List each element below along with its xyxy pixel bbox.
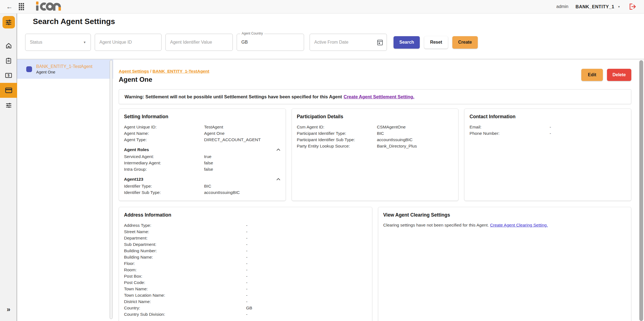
back-icon[interactable]: ← (6, 3, 13, 10)
field-label: Floor: (124, 260, 246, 267)
agent-identifier-value-input[interactable] (170, 40, 228, 45)
search-button[interactable]: Search (394, 36, 420, 49)
tune-icon (5, 102, 12, 109)
agent-country-field-wrap: Agent Country (237, 34, 304, 51)
field-label: Country Sub Division: (124, 311, 246, 317)
field-label: Town Location Name: (124, 292, 246, 298)
field-row: Address Type: - (124, 222, 367, 228)
sidebar-item-payments[interactable]: $ (0, 68, 17, 83)
filter-row: Status ▼ Agent Country Search Reset Cr (25, 34, 478, 51)
field-row: Agent Name: Agent One (124, 130, 281, 136)
agent-unique-id-input[interactable] (99, 40, 157, 45)
field-label: Identifier Sub Type: (124, 189, 204, 196)
field-label: Identifier Type: (124, 183, 204, 189)
cards-row-2: Address Information Address Type: - Stre… (119, 207, 631, 321)
section-title: Agent Roles (124, 146, 149, 153)
field-row: Building Number: - (124, 248, 367, 254)
field-value: - (246, 260, 367, 267)
create-button[interactable]: Create (452, 36, 478, 49)
field-row: Department: - (124, 235, 367, 241)
sidebar-item-tasks[interactable] (0, 53, 17, 68)
field-label: Building Number: (124, 248, 246, 254)
breadcrumb-link-agent-settings[interactable]: Agent Settings (119, 69, 149, 73)
field-row: Intermediary Agent: false (124, 160, 281, 166)
delete-button[interactable]: Delete (607, 69, 631, 81)
field-label: Serviced Agent: (124, 153, 204, 160)
field-value: - (550, 124, 626, 130)
field-label: Agent Name: (124, 130, 204, 136)
field-row: Agent Unique ID: TestAgent (124, 124, 281, 130)
agent-unique-id-field-wrap (95, 34, 162, 51)
field-value: - (246, 311, 367, 317)
field-row: Building Name: - (124, 254, 367, 260)
list-item-subtitle: Agent One (36, 70, 93, 74)
section-header: Agent123 (124, 176, 281, 182)
card-title: Setting Information (124, 114, 281, 120)
field-label: Building Name: (124, 254, 246, 260)
field-value: - (246, 286, 367, 292)
sidebar-item-agent-settings[interactable] (0, 83, 17, 98)
reset-button[interactable]: Reset (424, 36, 448, 49)
create-clearing-setting-link[interactable]: Create Agent Clearing Setting. (490, 223, 548, 227)
setting-information-card: Setting Information Agent Unique ID: Tes… (119, 109, 286, 201)
detail-panel: Agent Settings / BANK_ENTITY_1-TestAgent… (114, 59, 638, 321)
clearing-text: Clearing settings have not been specifie… (383, 222, 626, 228)
field-value: - (246, 273, 367, 279)
field-value: - (246, 241, 367, 248)
field-value: accountIssuingBIC (377, 136, 453, 143)
field-label: Town Name: (124, 286, 246, 292)
logout-icon[interactable] (629, 3, 636, 10)
agent123-fields: Identifier Type: BIC Identifier Sub Type… (124, 183, 281, 196)
apps-grid-icon[interactable] (19, 3, 24, 10)
card-title: Address Information (124, 212, 367, 218)
agent-country-input[interactable] (241, 40, 299, 45)
card-title: View Agent Clearing Settings (383, 212, 626, 218)
field-row: Email: - (469, 124, 626, 130)
main-scrollbar[interactable] (639, 60, 643, 321)
clipboard-icon (5, 57, 12, 64)
list-item-title: BANK_ENTITY_1-TestAgent (36, 64, 93, 69)
breadcrumb: Agent Settings / BANK_ENTITY_1-TestAgent (119, 69, 209, 74)
status-select[interactable]: Status ▼ (25, 34, 91, 51)
field-value: false (204, 166, 281, 172)
card-title: Contact Information (469, 114, 626, 120)
field-row: Post Code: - (124, 279, 367, 286)
contact-information-card: Contact Information Email: - Phone Numbe… (464, 109, 631, 201)
field-label: Post Box: (124, 273, 246, 279)
list-scrollbar[interactable] (110, 60, 113, 319)
field-row: Identifier Type: BIC (124, 183, 281, 189)
field-label: Agent Type: (124, 136, 204, 143)
list-item[interactable]: BANK_ENTITY_1-TestAgent Agent One (17, 59, 113, 79)
warning-text: Warning: Settlement will not be possible… (125, 94, 342, 99)
sidebar: $ » (0, 14, 17, 321)
active-from-date-input[interactable] (314, 40, 382, 45)
sidebar-item-home[interactable] (0, 38, 17, 53)
field-value: TestAgent (204, 124, 281, 130)
collapse-section-icon[interactable] (276, 148, 281, 151)
sidebar-expand-icon[interactable]: » (0, 306, 17, 313)
edit-button[interactable]: Edit (581, 69, 603, 81)
field-value: - (246, 254, 367, 260)
clearing-message: Clearing settings have not been specifie… (383, 223, 489, 227)
breadcrumb-link-agent[interactable]: BANK_ENTITY_1-TestAgent (152, 69, 209, 73)
section-header: Agent Roles (124, 146, 281, 153)
create-settlement-setting-link[interactable]: Create Agent Settlement Setting. (344, 94, 414, 99)
sidebar-item-settings[interactable] (0, 98, 17, 113)
field-label: Country: (124, 305, 246, 311)
clearing-settings-card: View Agent Clearing Settings Clearing se… (378, 207, 632, 321)
entity-dropdown-caret-icon[interactable]: ▾ (618, 5, 620, 9)
field-row: Sub Department: - (124, 241, 367, 248)
entity-name[interactable]: BANK_ENTITY_1 (576, 4, 614, 9)
field-row: Country: GB (124, 305, 367, 311)
tune-icon (2, 16, 15, 28)
field-row: Room: - (124, 267, 367, 273)
field-label: Email: (469, 124, 550, 130)
field-value: GB (246, 305, 367, 311)
calendar-icon[interactable] (377, 39, 383, 47)
field-row: Phone Number: - (469, 130, 626, 136)
detail-header: Agent Settings / BANK_ENTITY_1-TestAgent… (119, 69, 631, 83)
sidebar-item-agent-tools[interactable] (0, 14, 17, 31)
participation-details-card: Participation Details Csm Agent ID: CSMA… (292, 109, 459, 201)
collapse-section-icon[interactable] (276, 178, 281, 181)
field-value: - (246, 292, 367, 298)
